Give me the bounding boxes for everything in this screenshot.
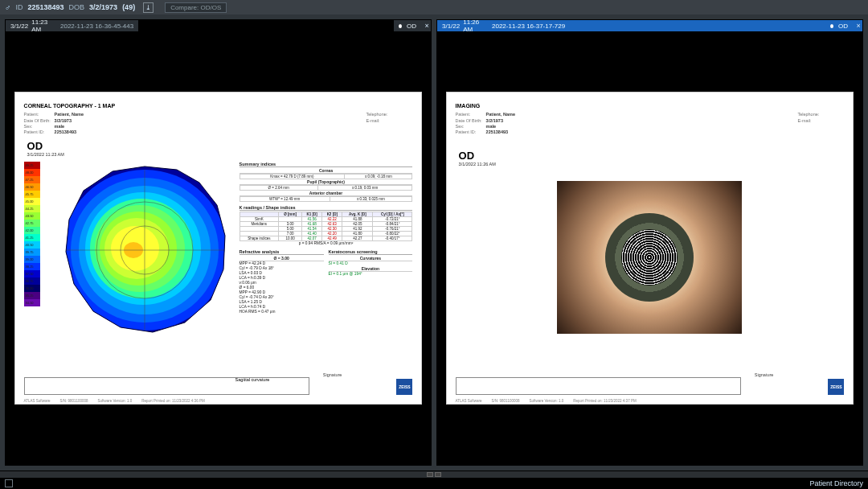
lbl-pid: Patient ID: bbox=[456, 129, 483, 135]
expand-handle-icon[interactable] bbox=[435, 472, 441, 477]
color-step: 40.50 bbox=[24, 241, 40, 249]
tab-session: 2022-11-23 16-36-45-443 bbox=[60, 23, 133, 30]
kread-footer: p = 0.94 RMS/A = 0.09 µm/mm² bbox=[240, 241, 413, 246]
right-tab-session[interactable]: 2022-11-23 16-37-17-729 bbox=[487, 20, 570, 31]
status-dot-icon bbox=[399, 24, 402, 28]
lbl-dob: Date Of Birth: bbox=[24, 118, 51, 124]
color-step: 45.75 bbox=[24, 191, 40, 198]
report-footer: ATLAS Software S/N: 9801100008 Software … bbox=[456, 399, 637, 403]
footer-printed: Report Printed on: 11/23/2022 4:37 PM bbox=[573, 399, 636, 403]
data-column: Summary indices Cornea Kmax = 42.79 D (7… bbox=[240, 162, 413, 347]
od-timestamp: 3/1/2022 11:23 AM bbox=[27, 152, 64, 157]
left-close-tab[interactable]: × bbox=[421, 20, 431, 31]
signature-label: Signature bbox=[755, 372, 774, 377]
right-pane: 3/1/22 11:26 AM 2022-11-23 16-37-17-729 … bbox=[436, 19, 863, 466]
val-sex: male bbox=[55, 124, 65, 129]
patient-directory-button[interactable]: Patient Directory bbox=[809, 479, 863, 487]
k-readings: K readings / Shape indices Ø [mm]K1 [D]K… bbox=[240, 205, 413, 246]
report-title: CORNEAL TOPOGRAPHY - 1 MAP bbox=[24, 103, 413, 109]
left-tabbar: 3/1/22 11:23 AM 2022-11-23 16-36-45-443 … bbox=[6, 20, 431, 31]
color-scale: 49.2548.0047.2546.5045.7545.0044.2543.50… bbox=[24, 162, 40, 306]
summary-title: Summary indices bbox=[240, 162, 413, 167]
footer-ver: Software Version: 1.0 bbox=[98, 399, 133, 403]
age-value: (49) bbox=[122, 3, 135, 11]
color-step: 46.50 bbox=[24, 183, 40, 191]
kerato-title: Keratoconus screening bbox=[329, 249, 413, 255]
close-icon[interactable]: × bbox=[856, 22, 860, 30]
refractive: Refractive analysis Ø = 3.00 MPP = 42.24… bbox=[240, 249, 324, 314]
right-close-tab[interactable]: × bbox=[853, 20, 862, 31]
report-content: 49.2548.0047.2546.5045.7545.0044.2543.50… bbox=[24, 162, 413, 347]
color-step: 37.50 bbox=[24, 270, 40, 277]
color-step: 47.25 bbox=[24, 176, 40, 183]
right-tab-date[interactable]: 3/1/22 11:26 AM bbox=[437, 20, 487, 31]
summary-indices: Summary indices Cornea Kmax = 42.79 D (7… bbox=[240, 162, 413, 202]
val-pid: 225138493 bbox=[486, 129, 509, 135]
refr-sub: Ø = 3.00 bbox=[240, 256, 324, 261]
kerato-curv-h: Curvatures bbox=[329, 256, 413, 261]
kerato-elev-h: Elevation bbox=[329, 266, 413, 272]
window-icon[interactable] bbox=[5, 479, 13, 487]
val-pid: 225138493 bbox=[55, 129, 77, 135]
compare-button[interactable]: Compare: OD/OS bbox=[165, 2, 227, 13]
status-dot-icon bbox=[830, 24, 833, 28]
signature-label: Signature bbox=[323, 372, 342, 377]
refr-title: Refractive analysis bbox=[240, 249, 324, 255]
sex-icon: ♂ bbox=[5, 3, 11, 12]
kread-title: K readings / Shape indices bbox=[240, 205, 413, 211]
val-patient: Patient, Name bbox=[486, 112, 515, 117]
color-step: 39.00 bbox=[24, 256, 40, 263]
kerato-elev-v: EI = 0.1 µm @ 194° bbox=[329, 272, 362, 276]
val-sex: male bbox=[486, 124, 497, 129]
left-tab-eye[interactable]: OD bbox=[394, 20, 421, 31]
color-step: 49.25 bbox=[24, 162, 40, 169]
export-icon[interactable]: ⤓ bbox=[143, 2, 154, 13]
zeiss-logo: ZEISS bbox=[828, 379, 844, 395]
color-step: 42.00 bbox=[24, 227, 40, 234]
footer-ver: Software Version: 1.0 bbox=[530, 399, 564, 403]
lbl-email: E-mail: bbox=[797, 118, 825, 124]
lbl-email: E-mail: bbox=[366, 118, 393, 124]
id-value: 225138493 bbox=[28, 3, 64, 11]
val-patient: Patient, Name bbox=[55, 112, 84, 117]
left-tab-session[interactable]: 2022-11-23 16-36-45-443 bbox=[55, 20, 138, 31]
patient-meta: Patient:Patient, Name Date Of Birth:3/2/… bbox=[24, 112, 413, 135]
id-label: ID bbox=[16, 3, 23, 11]
kerato-curv-v: SI = 0.41 D bbox=[329, 261, 348, 265]
color-step: 36.75 bbox=[24, 277, 40, 285]
right-report-area: IMAGING Patient:Patient, Name Date Of Bi… bbox=[437, 31, 862, 465]
app-root: ♂ ID 225138493 DOB 3/2/1973 (49) ⤓ Compa… bbox=[0, 0, 868, 489]
topography-map bbox=[56, 162, 233, 339]
right-tab-eye[interactable]: OD bbox=[825, 20, 853, 31]
collapse-handle-icon[interactable] bbox=[427, 472, 433, 477]
val-dob: 3/2/1973 bbox=[55, 118, 72, 124]
report-title: IMAGING bbox=[456, 103, 845, 109]
footer-sw: ATLAS Software bbox=[456, 399, 482, 403]
left-tab-date[interactable]: 3/1/22 11:23 AM bbox=[6, 20, 55, 31]
color-step: 41.25 bbox=[24, 234, 40, 241]
signature-box[interactable] bbox=[456, 377, 742, 395]
color-step: 42.75 bbox=[24, 220, 40, 227]
tab-date: 3/1/22 bbox=[442, 23, 460, 30]
lbl-tel: Telephone: bbox=[797, 112, 825, 117]
left-page: CORNEAL TOPOGRAPHY - 1 MAP Patient:Patie… bbox=[14, 92, 423, 404]
lbl-patient: Patient: bbox=[456, 112, 483, 117]
color-step: 34.50 bbox=[24, 299, 40, 306]
color-step: 35.25 bbox=[24, 292, 40, 299]
od-label: OD bbox=[459, 150, 845, 162]
dob-label: DOB bbox=[69, 3, 85, 11]
bottom-bar: Patient Directory bbox=[0, 478, 868, 489]
cornea-header: Cornea bbox=[240, 168, 413, 174]
footer-sn: S/N: 9801100008 bbox=[492, 399, 520, 403]
footer-sw: ATLAS Software bbox=[24, 399, 51, 403]
val-dob: 3/2/1973 bbox=[486, 118, 503, 124]
tab-session: 2022-11-23 16-37-17-729 bbox=[492, 23, 565, 30]
pane-divider[interactable] bbox=[0, 471, 868, 478]
od-timestamp: 3/1/2022 11:26 AM bbox=[459, 162, 845, 166]
lbl-patient: Patient: bbox=[24, 112, 51, 117]
signature-box[interactable] bbox=[24, 377, 310, 395]
close-icon[interactable]: × bbox=[424, 22, 428, 30]
color-step: 39.75 bbox=[24, 249, 40, 256]
pupil-header: Pupil (Topographic) bbox=[240, 179, 413, 185]
lbl-tel: Telephone: bbox=[366, 112, 393, 117]
